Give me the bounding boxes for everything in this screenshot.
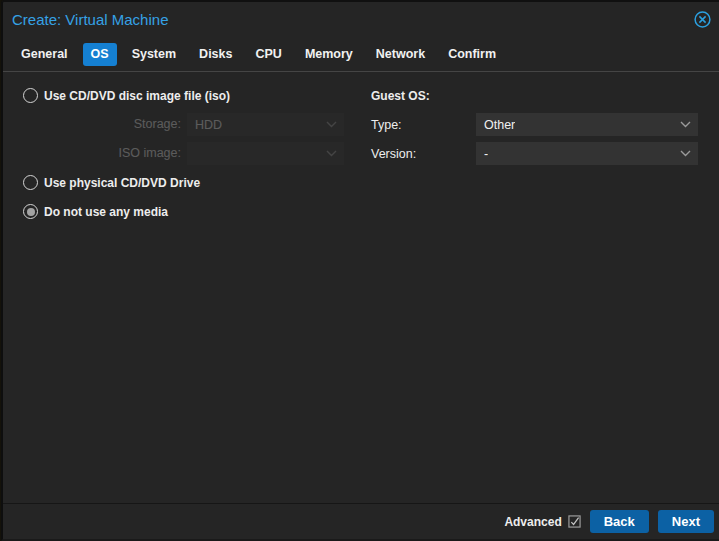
iso-image-label: ISO image:	[3, 142, 181, 165]
radio-dot	[27, 208, 35, 216]
radio-physical-drive-label: Use physical CD/DVD Drive	[44, 176, 200, 190]
chevron-down-icon	[680, 121, 691, 128]
tab-cpu[interactable]: CPU	[247, 43, 289, 66]
tab-system[interactable]: System	[124, 43, 184, 66]
bottom-toolbar: Advanced Back Next	[3, 503, 719, 539]
iso-image-combobox[interactable]	[187, 142, 344, 165]
tab-confirm[interactable]: Confirm	[440, 43, 504, 66]
chevron-down-icon	[326, 150, 337, 157]
chevron-down-icon	[326, 121, 337, 128]
create-vm-dialog: Create: Virtual Machine General OS Syste…	[1, 0, 719, 541]
advanced-toggle[interactable]: Advanced	[504, 515, 580, 529]
dialog-title: Create: Virtual Machine	[12, 11, 694, 28]
type-label: Type:	[371, 118, 402, 132]
version-combobox[interactable]: -	[476, 142, 698, 165]
iso-image-field-row: ISO image:	[3, 142, 348, 165]
radio-no-media-circle[interactable]	[23, 204, 38, 219]
radio-no-media-label: Do not use any media	[44, 205, 168, 219]
storage-value: HDD	[195, 118, 222, 132]
close-icon[interactable]	[694, 11, 711, 28]
tab-os[interactable]: OS	[83, 43, 117, 66]
storage-field-row: Storage: HDD	[3, 113, 348, 136]
version-label: Version:	[371, 147, 416, 161]
guest-os-heading: Guest OS:	[371, 89, 430, 103]
tab-memory[interactable]: Memory	[297, 43, 361, 66]
chevron-down-icon	[680, 150, 691, 157]
guest-os-heading-row: Guest OS:	[371, 84, 430, 107]
version-field-row: Version: -	[371, 142, 699, 165]
back-button[interactable]: Back	[590, 510, 649, 533]
type-value: Other	[484, 118, 515, 132]
type-combobox[interactable]: Other	[476, 113, 698, 136]
wizard-tabbar: General OS System Disks CPU Memory Netwo…	[3, 35, 719, 72]
radio-physical-drive[interactable]: Use physical CD/DVD Drive	[23, 171, 200, 194]
radio-use-iso[interactable]: Use CD/DVD disc image file (iso)	[23, 84, 230, 107]
radio-use-iso-label: Use CD/DVD disc image file (iso)	[44, 89, 230, 103]
tab-disks[interactable]: Disks	[191, 43, 240, 66]
advanced-checkbox[interactable]	[568, 515, 581, 528]
storage-label: Storage:	[3, 113, 181, 136]
tab-network[interactable]: Network	[368, 43, 433, 66]
storage-combobox[interactable]: HDD	[187, 113, 344, 136]
tab-general[interactable]: General	[13, 43, 76, 66]
dialog-header: Create: Virtual Machine	[3, 2, 719, 35]
version-value: -	[484, 147, 488, 161]
radio-physical-drive-circle[interactable]	[23, 175, 38, 190]
radio-use-iso-circle[interactable]	[23, 88, 38, 103]
radio-no-media[interactable]: Do not use any media	[23, 200, 168, 223]
os-tab-panel: Use CD/DVD disc image file (iso) Storage…	[3, 72, 719, 501]
type-field-row: Type: Other	[371, 113, 699, 136]
advanced-label: Advanced	[504, 515, 561, 529]
next-button[interactable]: Next	[658, 510, 714, 533]
